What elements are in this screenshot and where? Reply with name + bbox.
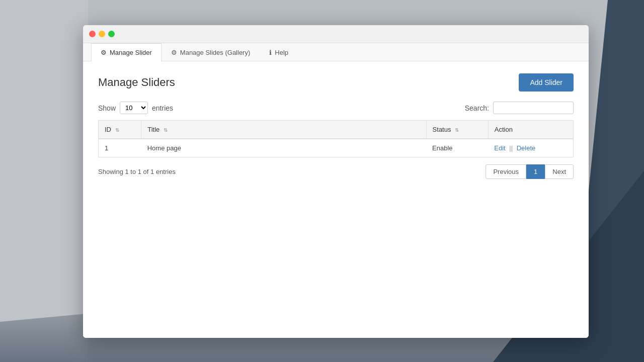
entries-label: entries: [152, 104, 173, 112]
minimize-button[interactable]: [99, 31, 105, 37]
cell-action: Edit || Delete: [488, 139, 573, 157]
page-title: Manage Sliders: [98, 76, 175, 89]
content-header: Manage Sliders Add Slider: [98, 73, 574, 92]
pagination: Previous 1 Next: [486, 164, 574, 179]
controls-row: Show 10 25 50 100 entries Search:: [98, 102, 574, 114]
nav-tabs: ⚙ Manage Slider ⚙ Manage Slides (Gallery…: [83, 43, 589, 61]
tab-manage-slider[interactable]: ⚙ Manage Slider: [91, 43, 162, 61]
cell-title: Home page: [141, 139, 426, 157]
add-slider-button[interactable]: Add Slider: [519, 73, 574, 92]
title-bar: [83, 25, 589, 43]
col-header-action: Action: [488, 121, 573, 139]
page-1-button[interactable]: 1: [526, 164, 545, 179]
gear-icon-2: ⚙: [171, 49, 177, 56]
previous-button[interactable]: Previous: [486, 164, 526, 179]
next-button[interactable]: Next: [545, 164, 574, 179]
showing-text: Showing 1 to 1 of 1 entries: [98, 168, 176, 175]
cell-id: 1: [99, 139, 141, 157]
tab-help[interactable]: ℹ Help: [260, 43, 298, 61]
table-header-row: ID ⇅ Title ⇅ Status ⇅ Action: [99, 121, 574, 139]
pagination-row: Showing 1 to 1 of 1 entries Previous 1 N…: [98, 164, 574, 179]
table-row: 1 Home page Enable Edit || Delete: [99, 139, 574, 157]
sort-icon-status: ⇅: [455, 127, 459, 133]
main-window: ⚙ Manage Slider ⚙ Manage Slides (Gallery…: [83, 25, 589, 338]
action-separator: ||: [509, 144, 514, 152]
tab-manage-slides[interactable]: ⚙ Manage Slides (Gallery): [162, 43, 260, 61]
sort-icon-title: ⇅: [164, 127, 168, 133]
col-header-status[interactable]: Status ⇅: [426, 121, 488, 139]
data-table: ID ⇅ Title ⇅ Status ⇅ Action: [98, 120, 574, 157]
sort-icon-id: ⇅: [115, 127, 119, 133]
maximize-button[interactable]: [108, 31, 115, 37]
entries-select[interactable]: 10 25 50 100: [120, 102, 148, 114]
info-icon: ℹ: [269, 49, 272, 56]
gear-icon: ⚙: [101, 49, 107, 56]
close-button[interactable]: [89, 31, 96, 37]
search-input[interactable]: [493, 102, 574, 114]
show-label: Show: [98, 104, 116, 112]
col-header-title[interactable]: Title ⇅: [141, 121, 426, 139]
search-row: Search:: [465, 102, 574, 114]
main-content: Manage Sliders Add Slider Show 10 25 50 …: [83, 61, 589, 338]
delete-link[interactable]: Delete: [517, 144, 536, 152]
cell-status: Enable: [426, 139, 488, 157]
edit-link[interactable]: Edit: [494, 144, 505, 152]
show-entries: Show 10 25 50 100 entries: [98, 102, 173, 114]
search-label: Search:: [465, 104, 489, 112]
col-header-id[interactable]: ID ⇅: [99, 121, 141, 139]
traffic-lights: [89, 31, 115, 37]
